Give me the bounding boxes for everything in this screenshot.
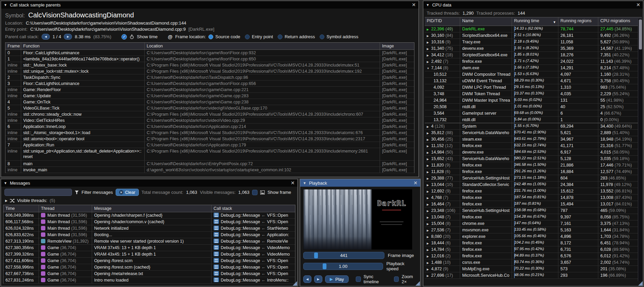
expand-row-icon[interactable]: ▶ <box>427 46 431 52</box>
cpu-process-row[interactable]: ▶30,160 (84)ScriptedSandbox64.exe2.51 s … <box>425 32 642 39</box>
expand-row-icon[interactable]: ▶ <box>427 215 431 220</box>
messages-table-header[interactable]: TimeThreadMessageCall stack <box>3 205 295 212</box>
cpu-process-row[interactable]: ▶11,820 (9)firefox.exe346.58 ms (1.50%)2… <box>425 162 642 169</box>
column-header[interactable]: Running regions <box>558 17 598 26</box>
cpu-process-row[interactable]: ▶15,004 (8)chrome.exe147 ms (0.64%)7,161… <box>425 220 642 227</box>
expand-row-icon[interactable]: ▶ <box>427 234 431 240</box>
play-button[interactable]: ▶ Play <box>325 275 349 283</box>
callstack-row[interactable]: 1<lambda_84a19dc444fae966ca174e83e708bdc… <box>5 56 414 62</box>
callstack-list-icon[interactable] <box>214 258 219 263</box>
cpu-process-row[interactable]: ▶12,692 (9)firefox.exe231.76 ms (1.00%)1… <box>425 188 642 195</box>
cpu-process-row[interactable]: ▶31,340 (75)devenv.exe1.91 s (8.26%)35,3… <box>425 45 642 52</box>
callstack-row[interactable]: 4Game::OnTickC:\Users\wolf\Desktop\darkr… <box>5 99 414 105</box>
message-row[interactable]: 626,833,622nsMain thread (31,596)Booting… <box>3 232 295 238</box>
cpu-process-row[interactable]: ▶4,768 (7)firefox.exe187.54 ms (0.81%)14… <box>425 195 642 201</box>
collapse-row-icon[interactable]: ▼ <box>427 66 431 71</box>
callstack-list-icon[interactable] <box>214 277 219 282</box>
cpu-titlebar[interactable]: ▼ CPU data ✕ <box>423 1 643 9</box>
radio-icon[interactable] <box>208 34 213 39</box>
cpu-thread-row[interactable]: 24,964 DWM Master Input Threa5.03 ms (0.… <box>425 97 642 104</box>
cpu-process-row[interactable]: ▶34,412 (18)ScriptedSandbox64.exe1.85 s … <box>425 52 642 58</box>
expand-row-icon[interactable]: ▶ <box>427 150 431 155</box>
cpu-process-row[interactable]: ▶14,984 (50)devenv.exe584.69 ms (2.53%)6… <box>425 149 642 156</box>
frame-location-radio-source-code[interactable]: Source code <box>208 34 240 39</box>
radio-icon[interactable] <box>320 34 324 39</box>
callstack-row[interactable]: inlinestd::unique_lock<std::mutex>::lock… <box>5 68 414 74</box>
callstack-row[interactable]: 3Floor::CalcLightNoLuminanceC:\Users\wol… <box>5 81 414 87</box>
cpu-process-row[interactable]: ▶18,444 (6)firefox.exe104.2 ms (0.45%)8,… <box>425 240 642 246</box>
expand-row-icon[interactable]: ▶ <box>427 156 431 162</box>
expand-row-icon[interactable]: ▶ <box>427 228 431 233</box>
message-row[interactable]: 627,313,190nsRemoteView (31,392)Remote v… <box>3 238 295 245</box>
expand-row-icon[interactable]: ▶ <box>427 163 431 168</box>
collapse-icon[interactable]: ▼ <box>4 3 7 7</box>
expand-row-icon[interactable]: ▶ <box>427 40 431 45</box>
callstack-row[interactable]: inlinestd::unique_ptr<Application,std::d… <box>5 148 414 161</box>
cpu-table-header[interactable]: PID/TIDNameRunning time▼Running regionsC… <box>425 17 642 26</box>
frame-location-radio-return-address[interactable]: Return address <box>278 34 315 39</box>
step-back-button[interactable]: ◀ <box>303 275 311 283</box>
filter-input[interactable] <box>4 189 72 196</box>
callstack-row[interactable]: 5VideoGLBase::TickC:\Users\wolf\Desktop\… <box>5 105 414 111</box>
cpu-process-row[interactable]: ▶30,456 (25)steam.exe643.61 ms (2.79%)34… <box>425 136 642 143</box>
column-header[interactable]: Function <box>21 43 145 49</box>
callstack-row[interactable]: 7Application::RunC:\Users\wolf\Desktop\d… <box>5 142 414 148</box>
cpu-process-row[interactable]: ▶15,652 (43)ServiceHub.DataWareho580.22 … <box>425 156 642 162</box>
column-header[interactable]: Call stack <box>211 205 295 212</box>
show-frame-checkbox[interactable] <box>252 190 258 195</box>
column-header[interactable]: Thread <box>39 205 92 212</box>
collapse-icon[interactable]: ▼ <box>303 181 306 185</box>
callstack-list-icon[interactable] <box>214 245 219 250</box>
cpu-process-row[interactable]: ▶16,464 (7)firefox.exe187 ms (0.81%)15,4… <box>425 201 642 207</box>
callstack-row[interactable]: inlineGame::RenderFloorC:\Users\wolf\Des… <box>5 87 414 93</box>
message-row[interactable]: 627,399,326nsGame (36,704)VRAM 43x45: 15… <box>3 251 295 258</box>
expand-row-icon[interactable]: ▶ <box>427 267 431 272</box>
cpu-process-row[interactable]: ▶2,492 (7)firefox.exe1.71 s (7.42%)24,02… <box>425 58 642 65</box>
message-row[interactable]: 627,667,736nsGame (36,704)Opening /meta/… <box>3 271 295 277</box>
cpu-process-row[interactable]: ▶35,812 (88)ServiceHub.DataWareho670.41 … <box>425 130 642 136</box>
radio-icon[interactable] <box>245 34 250 39</box>
scrollbar-thumb[interactable] <box>639 19 642 49</box>
zoom-2x-checkbox[interactable] <box>394 276 399 282</box>
prev-callstack-button[interactable]: ◀ <box>42 34 50 40</box>
column-header[interactable]: Frame <box>5 43 21 49</box>
expand-row-icon[interactable]: ▶ <box>427 182 431 188</box>
callstack-list-icon[interactable] <box>214 252 219 256</box>
cpu-process-row[interactable]: ▶22,396 (49)DarkRL.exe14.33 s (62.06%)78… <box>425 26 642 32</box>
cpu-thread-row[interactable]: 10,512 DWM Compositor Thread1.53 s (6.63… <box>425 71 642 78</box>
column-header[interactable]: PID/TID <box>425 17 460 26</box>
expand-row-icon[interactable]: ▶ <box>427 195 431 201</box>
cpu-process-row[interactable]: ▶23,348 (106)ServiceHub.SettingsHost158.… <box>425 207 642 214</box>
cpu-scrollbar[interactable] <box>638 19 642 281</box>
cpu-thread-row[interactable]: 13,732 ntdll.dll5.84 us (0.00%)10 (0.00%… <box>425 117 642 123</box>
callstack-row[interactable]: 2TaskDispatch::SyncC:\Users\wolf\Desktop… <box>5 74 414 81</box>
expand-row-icon[interactable]: ▶ <box>427 53 431 58</box>
cpu-process-row[interactable]: ▶1,488 (10)csrss.exe83.74 ms (0.36%)3,65… <box>425 259 642 266</box>
sync-timeline-checkbox[interactable] <box>356 276 361 282</box>
expand-threads-icon[interactable]: ▶ <box>5 199 8 202</box>
close-icon[interactable]: ✕ <box>413 181 418 185</box>
playback-titlebar[interactable]: ▼ Playback ✕ <box>300 179 420 187</box>
expand-row-icon[interactable]: ▶ <box>427 221 431 227</box>
callstack-list-icon[interactable] <box>214 213 219 217</box>
radio-icon[interactable] <box>278 34 282 39</box>
collapse-icon[interactable]: ▼ <box>4 181 7 185</box>
expand-row-icon[interactable]: ▶ <box>427 59 431 64</box>
cpu-thread-row[interactable]: 4,092 DWM LPC Port Thread29.16 ms (0.13%… <box>425 84 642 91</box>
clear-button[interactable]: ✕ Clear <box>116 189 139 196</box>
expand-row-icon[interactable]: ▶ <box>427 208 431 214</box>
expand-row-icon[interactable]: ▶ <box>427 189 431 194</box>
cpu-process-row[interactable]: ▶27,536 (7)msvsmon.exe133.45 ms (0.58%)5… <box>425 227 642 233</box>
callstack-row[interactable]: inlinestd::_Atomic_storage<bool,1>::load… <box>5 130 414 136</box>
column-header[interactable]: Location <box>145 43 380 49</box>
column-header[interactable]: Image <box>380 43 414 49</box>
cpu-process-row[interactable]: ▶11,828 (6)firefox.exe291.26 ms (1.26%)1… <box>425 169 642 175</box>
resize-grip[interactable] <box>638 281 643 286</box>
message-row[interactable]: 627,831,246nsGame (36,704)Intro menu loa… <box>3 277 295 284</box>
message-row[interactable]: 627,411,606nsGame (36,704)Opening /fores… <box>3 258 295 264</box>
message-row[interactable]: 606,049,398nsMain thread (31,596)Opening… <box>3 212 295 219</box>
callstack-row[interactable]: inlinestd::atomic<bool>::operator boolC:… <box>5 136 414 142</box>
frame-image-slider[interactable]: 441 <box>303 252 384 259</box>
expand-row-icon[interactable]: ▶ <box>427 143 431 149</box>
visible-threads-label[interactable]: Visible threads: <box>17 198 47 203</box>
